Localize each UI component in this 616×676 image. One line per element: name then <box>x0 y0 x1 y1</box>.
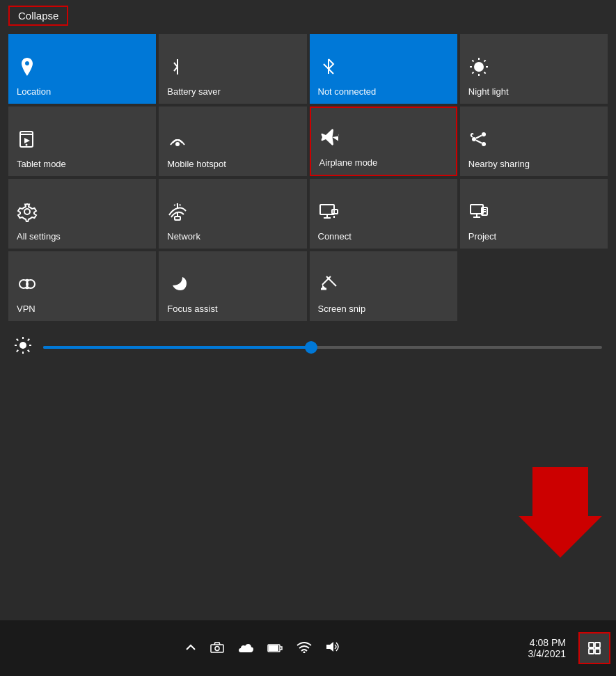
tile-focus-assist[interactable]: Focus assist <box>159 251 306 321</box>
tile-network-label: Network <box>167 231 200 242</box>
svg-line-9 <box>472 72 473 74</box>
airplane-mode-icon <box>319 127 340 152</box>
taskbar: 4:08 PM 3/4/2021 <box>0 620 616 676</box>
svg-rect-56 <box>589 649 594 654</box>
svg-point-13 <box>176 143 179 146</box>
tablet-mode-icon <box>17 129 38 153</box>
brightness-area <box>0 324 616 371</box>
svg-point-14 <box>482 132 486 136</box>
svg-rect-57 <box>595 649 600 654</box>
svg-line-17 <box>476 136 482 139</box>
mobile-hotspot-icon <box>167 129 188 153</box>
bluetooth-icon <box>318 56 339 81</box>
wifi-icon[interactable] <box>297 640 312 657</box>
tile-tablet-mode-label: Tablet mode <box>17 159 66 169</box>
tile-not-connected-label: Not connected <box>318 86 377 97</box>
tile-nearby-sharing[interactable]: Nearby sharing <box>460 107 608 176</box>
network-icon <box>167 201 188 226</box>
tile-vpn-label: VPN <box>17 304 35 314</box>
clock-date: 3/4/2021 <box>528 648 567 659</box>
tile-screen-snip[interactable]: Screen snip <box>310 251 457 321</box>
screen-snip-icon <box>318 274 339 298</box>
svg-point-11 <box>26 144 28 146</box>
tile-location-label: Location <box>17 86 51 97</box>
svg-line-7 <box>484 72 485 74</box>
tile-network[interactable]: Network <box>159 179 306 249</box>
camera-icon[interactable] <box>210 640 224 657</box>
sound-icon[interactable] <box>326 640 341 657</box>
tile-screen-snip-label: Screen snip <box>318 304 366 314</box>
brightness-slider-track[interactable] <box>43 346 602 349</box>
tile-airplane-mode-label: Airplane mode <box>319 157 378 168</box>
nearby-sharing-icon <box>468 129 489 153</box>
brightness-slider-thumb[interactable] <box>305 341 317 354</box>
tile-connect[interactable]: Connect <box>310 179 457 249</box>
svg-line-47 <box>17 350 18 352</box>
tile-tablet-mode[interactable]: Tablet mode <box>8 107 156 176</box>
svg-line-36 <box>322 276 331 285</box>
clock-time: 4:08 PM <box>530 637 566 648</box>
svg-marker-48 <box>519 467 602 558</box>
tile-battery-saver[interactable]: Battery saver <box>159 34 306 104</box>
chevron-up-icon[interactable] <box>185 640 196 657</box>
red-arrow-annotation <box>519 467 602 558</box>
svg-rect-21 <box>175 217 180 220</box>
battery-saver-icon <box>167 56 188 81</box>
all-settings-icon <box>17 201 38 226</box>
tile-night-light[interactable]: Night light <box>460 34 608 104</box>
tile-nearby-sharing-label: Nearby sharing <box>468 159 530 169</box>
taskbar-clock[interactable]: 4:08 PM 3/4/2021 <box>528 637 567 659</box>
tile-focus-assist-label: Focus assist <box>167 304 217 314</box>
brightness-icon <box>14 336 32 359</box>
svg-line-6 <box>472 60 473 61</box>
quick-tiles-grid: Location Battery saver Not connected <box>0 31 616 324</box>
svg-line-44 <box>17 339 18 340</box>
tile-vpn[interactable]: VPN <box>8 251 156 321</box>
tile-mobile-hotspot[interactable]: Mobile hotspot <box>159 107 306 176</box>
svg-line-37 <box>326 276 336 286</box>
svg-point-50 <box>215 646 219 650</box>
svg-point-19 <box>24 209 30 214</box>
taskbar-system-tray <box>6 640 521 657</box>
night-light-icon <box>468 56 489 81</box>
collapse-button[interactable]: Collapse <box>8 6 68 26</box>
tile-all-settings[interactable]: All settings <box>8 179 156 249</box>
svg-rect-52 <box>269 645 278 651</box>
tile-all-settings-label: All settings <box>17 231 61 242</box>
svg-point-16 <box>472 137 476 141</box>
tile-mobile-hotspot-label: Mobile hotspot <box>167 159 226 169</box>
svg-line-8 <box>484 60 485 61</box>
tile-battery-saver-label: Battery saver <box>167 86 221 97</box>
svg-line-45 <box>28 350 29 352</box>
svg-line-46 <box>28 339 29 340</box>
svg-point-1 <box>474 62 484 72</box>
connect-icon <box>318 201 339 226</box>
cloud-icon[interactable] <box>238 640 253 657</box>
svg-point-53 <box>303 651 306 653</box>
svg-rect-49 <box>211 645 223 652</box>
tile-airplane-mode[interactable]: Airplane mode <box>310 107 457 176</box>
action-center: Collapse Location Battery saver <box>0 0 616 620</box>
battery-icon[interactable] <box>267 640 283 657</box>
tile-not-connected[interactable]: Not connected <box>310 34 457 104</box>
project-icon <box>468 201 489 226</box>
tile-night-light-label: Night light <box>468 86 509 97</box>
tile-connect-label: Connect <box>318 231 352 242</box>
svg-rect-54 <box>589 643 594 647</box>
svg-point-39 <box>19 342 26 349</box>
tile-project-label: Project <box>468 231 496 242</box>
notification-center-button[interactable] <box>578 632 610 664</box>
svg-point-15 <box>482 142 486 146</box>
svg-line-18 <box>476 141 482 143</box>
location-icon <box>17 56 38 81</box>
svg-rect-55 <box>595 643 600 647</box>
tile-project[interactable]: Project <box>460 179 608 249</box>
focus-assist-icon <box>167 274 188 298</box>
brightness-slider-fill <box>43 346 311 349</box>
vpn-icon <box>17 274 38 298</box>
tile-location[interactable]: Location <box>8 34 156 104</box>
